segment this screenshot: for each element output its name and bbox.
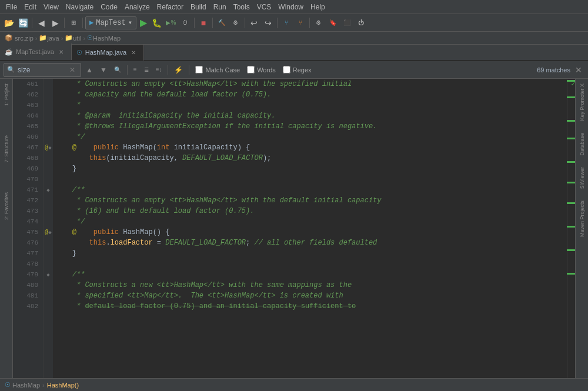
gutter-icon [44, 259, 53, 269]
profile-button[interactable]: ⏱ [179, 16, 192, 29]
settings-button[interactable]: ⚙ [312, 16, 325, 29]
words-checkbox[interactable] [247, 66, 255, 73]
terminal-button[interactable]: ⬛ [340, 16, 353, 29]
bookmarks-button[interactable]: 🔖 [326, 16, 339, 29]
code-line: @ public HashMap() { [55, 227, 564, 238]
menu-edit[interactable]: Edit [21, 2, 40, 12]
sidebar-item-structure[interactable]: 7: Structure [2, 133, 11, 165]
structure-button[interactable]: ⊞ [67, 16, 80, 29]
vcs-button[interactable]: ⑂ [280, 16, 293, 29]
gutter-icon [44, 248, 53, 259]
gutter-icon [44, 238, 53, 248]
menu-code[interactable]: Code [97, 2, 121, 12]
gutter-icon [44, 111, 53, 121]
gutter-icon [44, 301, 53, 312]
menu-view[interactable]: View [40, 2, 62, 12]
menu-window[interactable]: Window [275, 2, 307, 12]
match-case-option[interactable]: Match Case [193, 65, 242, 75]
sidebar-item-sliviewer[interactable]: SliViewer [578, 165, 586, 191]
regex-option[interactable]: Regex [280, 65, 314, 75]
sidebar-item-key-promoter[interactable]: Key Promoter X [578, 81, 586, 123]
all-clear-icon: ✓ [571, 80, 575, 88]
breadcrumb-hashmap[interactable]: HashMap [93, 35, 121, 42]
vcs2-button[interactable]: ⑂ [294, 16, 307, 29]
build-button[interactable]: 🔨 [215, 16, 228, 29]
gutter-icon [44, 280, 53, 290]
tab-maptest-label: MapTest.java [16, 48, 54, 55]
status-breadcrumb-1[interactable]: HashMap [12, 382, 40, 389]
more-button[interactable]: ⚙ [229, 16, 242, 29]
coverage-button[interactable]: ▶% [165, 16, 178, 29]
words-option[interactable]: Words [245, 65, 278, 75]
breadcrumb-java[interactable]: java [47, 35, 59, 42]
sidebar-item-project[interactable]: 1: Project [2, 81, 11, 108]
breadcrumb-hashmap-icon: ☉ [87, 34, 93, 42]
next-match-button[interactable]: ▼ [98, 65, 109, 75]
regex-label: Regex [293, 66, 312, 73]
find-preview-button[interactable]: 🔍 [112, 65, 123, 74]
code-line: */ [55, 216, 564, 227]
undo-button[interactable]: ↩ [248, 16, 260, 29]
fold-icon[interactable]: ◆ [46, 187, 49, 193]
power-button[interactable]: ⏻ [355, 16, 368, 29]
tab-maptest-close[interactable]: ✕ [57, 48, 65, 56]
breadcrumb-srczip[interactable]: src.zip [15, 35, 34, 42]
status-bar: ☉ HashMap › HashMap() [0, 378, 588, 391]
menu-navigate[interactable]: Navigate [62, 2, 97, 12]
match-case-checkbox[interactable] [195, 66, 203, 73]
run-config-dropdown[interactable]: ▶ MapTest ▾ [85, 16, 136, 29]
menu-help[interactable]: Help [307, 2, 329, 12]
open-folder-button[interactable]: 📂 [2, 16, 15, 29]
debug-button[interactable]: 🐛 [151, 16, 163, 29]
search-input[interactable] [18, 66, 65, 74]
menu-vcs[interactable]: VCS [253, 2, 275, 12]
filter-button[interactable]: ⚡ [172, 65, 185, 75]
menu-analyze[interactable]: Analyze [121, 2, 153, 12]
tab-maptest[interactable]: ☕ MapTest.java ✕ [0, 44, 72, 60]
tab-hashmap-close[interactable]: ✕ [129, 49, 138, 56]
find-options-button1[interactable]: ≡ [131, 65, 139, 74]
sidebar-item-database[interactable]: Database [578, 131, 586, 158]
match-indicator [567, 138, 575, 139]
toolbar-sep-4 [194, 18, 195, 28]
right-match-gutter: ✓ [567, 79, 575, 378]
breadcrumb-sep-2: › [61, 35, 64, 42]
sync-button[interactable]: 🔄 [16, 16, 29, 29]
sidebar-item-favorites[interactable]: 2: Favorites [2, 190, 11, 222]
code-line: @ public HashMap(int initialCapacity) { [55, 142, 564, 153]
toolbar-sep-6 [245, 18, 245, 28]
breadcrumb-util[interactable]: util [73, 35, 81, 42]
menu-build[interactable]: Build [187, 2, 210, 12]
code-content[interactable]: * Constructs an empty <tt>HashMap</tt> w… [53, 79, 567, 378]
words-label: Words [257, 66, 276, 73]
menu-refactor[interactable]: Refactor [153, 2, 187, 12]
find-options-button2[interactable]: ≣ [142, 65, 151, 74]
menu-run[interactable]: Run [210, 2, 230, 12]
prev-match-button[interactable]: ▲ [83, 65, 95, 75]
clear-search-button[interactable]: ✕ [67, 65, 78, 75]
close-search-button[interactable]: ✕ [573, 64, 584, 76]
stop-button[interactable]: ■ [197, 16, 210, 29]
fold-icon[interactable]: ◆ [48, 145, 51, 151]
fold-icon[interactable]: ◆ [46, 272, 49, 278]
find-options-button3[interactable]: ≡↕ [153, 65, 165, 74]
fold-icon[interactable]: ◆ [48, 229, 51, 236]
run-button[interactable]: ▶ [138, 16, 149, 29]
search-icon: 🔍 [7, 66, 15, 73]
forward-button[interactable]: ▶ [49, 16, 62, 29]
status-breadcrumb-2[interactable]: HashMap() [47, 382, 79, 389]
tab-hashmap[interactable]: ☉ HashMap.java ✕ [72, 45, 144, 61]
tab-hashmap-icon: ☉ [76, 49, 82, 56]
back-button[interactable]: ◀ [35, 16, 48, 29]
match-indicator [567, 120, 575, 122]
match-indicator [567, 202, 575, 204]
search-sep-3 [189, 65, 189, 75]
redo-button[interactable]: ↪ [262, 16, 275, 29]
code-line: * default load factor (0.75) and an init… [55, 301, 564, 312]
sidebar-item-maven[interactable]: Maven Projects [578, 198, 586, 239]
menu-file[interactable]: File [2, 2, 21, 12]
menu-tools[interactable]: Tools [230, 2, 253, 12]
editor-area: 4614624634644654664674684694704714724734… [13, 79, 575, 378]
regex-checkbox[interactable] [283, 66, 290, 73]
code-line: /** [55, 185, 564, 195]
